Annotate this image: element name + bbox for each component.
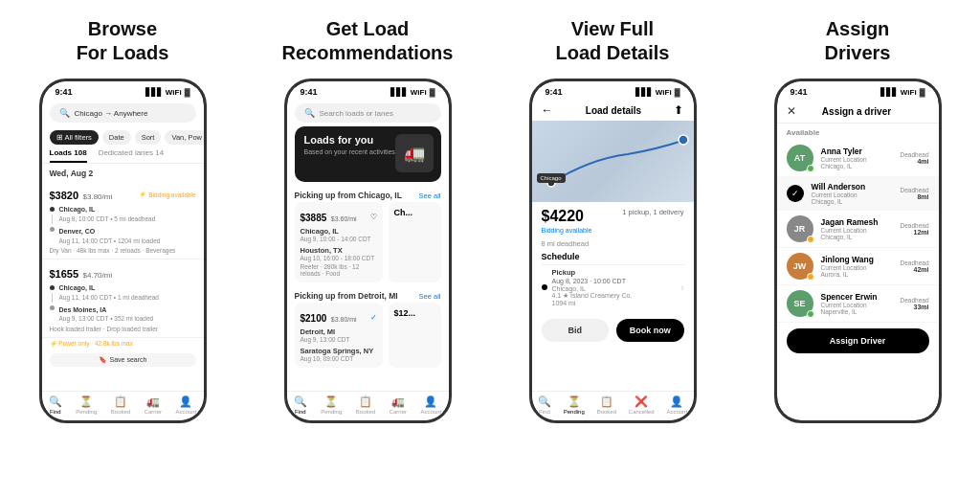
wifi-icon-2: WiFi [411,88,427,97]
filter-date[interactable]: Date [102,130,131,145]
nav-booked-1[interactable]: 📋 Booked [111,395,130,415]
pickup-detroit-label: Picking up from Detroit, MI [295,291,398,301]
battery-icon: ▓ [185,88,190,97]
battery-icon-3: ▓ [675,88,680,97]
pending-icon-2: ⏳ [324,395,338,408]
chevron-right-icon: › [680,282,683,293]
nav-find-2[interactable]: 🔍 Find [294,395,307,415]
status-dot-jagan [807,236,814,243]
name-jagan: Jagan Ramesh [821,217,893,227]
see-all-chicago[interactable]: See all [419,192,441,200]
nav-account-2[interactable]: 👤 Account [421,395,442,415]
driver-spencer-erwin[interactable]: SE Spencer Erwin Current Location Naperv… [777,285,939,323]
phone-browse-screen: 9:41 ▋▋▋ WiFi ▓ 🔍 Chicago → Anywhere ⊞ [42,81,204,420]
info-anna: Anna Tyler Current Location Chicago, IL [821,147,893,169]
nav-find-3[interactable]: 🔍 Find [538,395,551,415]
avatar-jinlong: JW [787,253,813,280]
account-icon-3: 👤 [670,395,683,408]
nav-pending-2[interactable]: ⏳ Pending [321,395,342,415]
loads-banner: Loads for you Based on your recent activ… [295,126,441,182]
see-all-detroit[interactable]: See all [419,292,441,301]
find-icon-1: 🔍 [49,395,62,408]
assign-driver-button[interactable]: Assign Driver [787,328,929,353]
close-button[interactable]: ✕ [787,104,796,118]
map-area: Chicago [532,121,694,202]
section-recommendations-title: Get Load Recommendations [282,17,454,65]
filter-sort[interactable]: Sort [135,130,162,145]
chicago-loads-row: $3885 $3.60/mi ♡ Chicago, IL Aug 9, 10:0… [287,202,449,286]
bid-button[interactable]: Bid [542,319,610,342]
load-rate-1: $3.80/mi [83,192,113,201]
signal-icon: ▋▋▋ [145,88,163,97]
driver-jagan-ramesh[interactable]: JR Jagan Ramesh Current Location Chicago… [777,211,939,248]
chicago-load-1[interactable]: $3885 $3.60/mi ♡ Chicago, IL Aug 9, 10:0… [295,202,383,282]
nav-pending-3[interactable]: ⏳ Pending [564,395,585,415]
avatar-anna: AT [787,145,813,171]
nav-booked-2[interactable]: 📋 Booked [356,395,375,415]
driver-will-anderson[interactable]: ✓ Will Anderson Current Location Chicago… [777,177,939,211]
load-card-2[interactable]: $1655 $4.70/mi Chicago, IL Aug 11, 14:0 [42,259,204,338]
driver-anna-tyler[interactable]: AT Anna Tyler Current Location Chicago, … [777,140,939,177]
driver-jinlong-wang[interactable]: JW Jinlong Wang Current Location Aurora,… [777,248,939,285]
pickup-row[interactable]: Pickup Aug 8, 2023 · 10:00 CDT Chicago, … [542,264,684,309]
status-bar-2: 9:41 ▋▋▋ WiFi ▓ [287,81,449,100]
detroit-to: Saratoga Springs, NY [301,347,377,355]
status-icons-1: ▋▋▋ WiFi ▓ [145,88,190,97]
battery-icon-2: ▓ [430,88,435,97]
filter-van[interactable]: Van, Pow [165,130,203,145]
detroit-load-2[interactable]: $12... [389,303,441,368]
nav-cancelled-3[interactable]: ❌ Cancelled [629,395,655,415]
status-bar-browse: 9:41 ▋▋▋ WiFi ▓ [42,81,204,100]
detroit-rate: $3.80/mi [331,316,357,323]
save-search-btn[interactable]: 🔖 Save search [50,353,196,367]
search-placeholder-2: Search loads or lanes [320,109,393,118]
from-sub-1: Aug 8, 10:00 CDT • 5 mi deadhead [59,214,161,223]
detroit-from: Detroit, MI [301,327,377,336]
share-icon[interactable]: ⬆ [674,103,683,117]
tab-dedicated[interactable]: Dedicated lanes 14 [99,148,165,163]
s3-actions: Bid Book now [532,313,694,348]
s2-search-bar[interactable]: 🔍 Search loads or lanes [295,103,441,123]
deadhead-spencer: Deadhead 33mi [901,297,929,310]
nav-find-1[interactable]: 🔍 Find [49,395,62,415]
s3-header: ← Load details ⬆ [532,100,694,121]
back-arrow-icon[interactable]: ← [542,103,553,117]
nav-account-1[interactable]: 👤 Account [176,395,197,415]
chicago-load-2[interactable]: Ch... [389,202,441,282]
nav-booked-3[interactable]: 📋 Booked [597,395,616,415]
detroit-load-1[interactable]: $2100 $3.80/mi ✓ Detroit, MI Aug 9, 13:0… [295,303,383,368]
nav-label-booked-3: Booked [597,409,616,415]
name-spencer: Spencer Erwin [821,292,893,302]
nav-label-pending-3: Pending [564,409,585,415]
status-time-1: 9:41 [56,87,73,97]
bottom-nav-2: 🔍 Find ⏳ Pending 📋 Booked 🚛 Carrier [287,391,449,420]
account-icon-2: 👤 [424,395,437,408]
deadhead-info: 8 mi deadhead [542,239,590,248]
deadhead-jinlong: Deadhead 42mi [901,259,929,273]
detroit-from-time: Aug 9, 13:00 CDT [301,336,377,343]
wifi-icon-3: WiFi [656,88,672,97]
nav-pending-1[interactable]: ⏳ Pending [76,395,97,415]
from-city-1: Chicago, IL [59,205,161,214]
deadhead-will: Deadhead 8mi [901,187,929,200]
load-rate-2: $4.70/mi [83,271,113,280]
tab-loads[interactable]: Loads 108 [50,148,87,163]
signal-icon-3: ▋▋▋ [635,88,653,97]
truck-icon: 🚛 [404,143,425,164]
filter-all[interactable]: ⊞ All filters [50,130,99,145]
avatar-spencer: SE [787,290,813,317]
nav-carrier-1[interactable]: 🚛 Carrier [145,395,162,415]
nav-label-booked-2: Booked [356,409,375,415]
nav-carrier-2[interactable]: 🚛 Carrier [390,395,407,415]
nav-label-find-1: Find [50,409,61,415]
book-now-button[interactable]: Book now [616,319,684,342]
load-card-1[interactable]: $3820 $3.80/mi ⚡ Bidding available [42,181,204,259]
phone-recommendations: 9:41 ▋▋▋ WiFi ▓ 🔍 Search loads or lanes … [284,79,452,423]
load-price-2: $1655 [50,268,79,280]
nav-label-find-2: Find [295,409,306,415]
section-load-details-title: View Full Load Details [556,17,670,65]
nav-account-3[interactable]: 👤 Account [666,395,687,415]
s1-search-bar[interactable]: 🔍 Chicago → Anywhere [50,103,196,123]
load-info-1: Dry Van · 48k lbs max · 2 reloads · Beve… [50,247,196,254]
date-header-1: Wed, Aug 2 [42,164,204,181]
